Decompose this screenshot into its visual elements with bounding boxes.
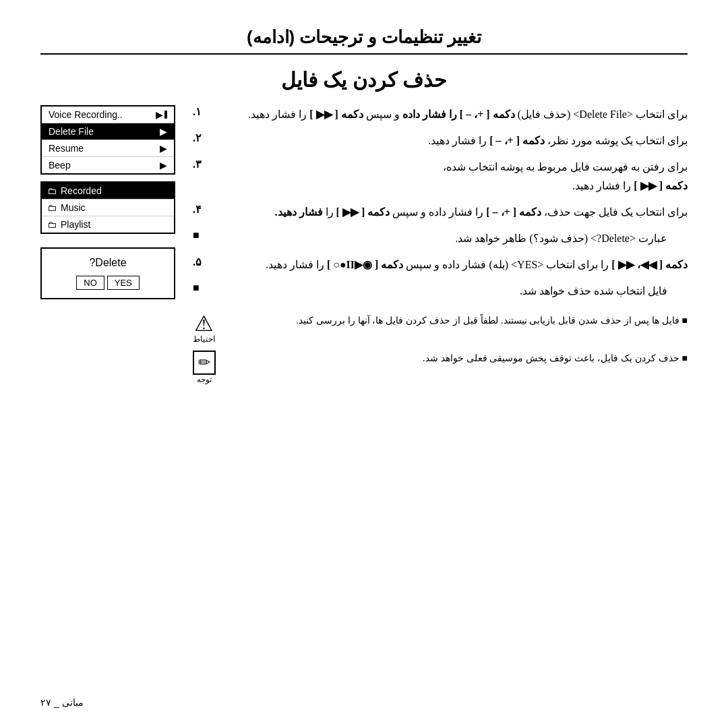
bullet-sym2: ■ — [193, 282, 200, 294]
step-1: برای انتخاب <Delete File> (حذف فایل) دکم… — [189, 105, 688, 123]
caution-text-group: ■ فایل ها پس از حذف شدن قابل بازیابی نیس… — [226, 313, 688, 329]
step-3-num: ۳. — [193, 158, 202, 171]
step-1-text: برای انتخاب <Delete File> (حذف فایل) دکم… — [202, 105, 688, 123]
bullet-delete: عبارت <Delete?> (حذف شود؟) ظاهر خواهد شد… — [189, 229, 667, 247]
arrow-icon: ▶ — [160, 126, 167, 137]
step-2-text: برای انتخاب یک پوشه مورد نظر، دکمه [ +، … — [202, 131, 688, 150]
pencil-note: ✏ توجه ■ حذف کردن یک فایل، باعث توقف پخش… — [189, 351, 688, 384]
menu-item-label: Beep — [49, 160, 71, 171]
file-list-panel: 🗀 Recorded 🗀 Music 🗀 Playlist — [40, 181, 175, 234]
step-4: برای انتخاب یک فایل جهت حذف، دکمه [ +، –… — [189, 203, 688, 221]
caution-text-1: ■ فایل ها پس از حذف شدن قابل بازیابی نیس… — [226, 313, 688, 329]
left-panels: Voice Recording.. ▶ Delete File ▶ Resume… — [40, 105, 175, 384]
step-5: دکمه [ ◀◀، ▶▶ ] را برای انتخاب <YES> (بل… — [189, 255, 688, 274]
section-title: حذف کردن یک فایل — [40, 68, 688, 92]
caution-triangle-icon: ⚠ — [189, 313, 219, 334]
notes-section: ⚠ احتیاط ■ فایل ها پس از حذف شدن قابل با… — [189, 313, 688, 384]
menu-item-resume[interactable]: Resume ▶ — [42, 140, 174, 157]
caution-icon-group: ⚠ احتیاط — [189, 313, 219, 344]
menu-item-label: Delete File — [49, 126, 94, 137]
arrow-icon: ▶ — [156, 109, 167, 120]
file-item-playlist[interactable]: 🗀 Playlist — [42, 216, 174, 233]
step-3: برای رفتن به فهرست فایل مربوط به پوشه ان… — [189, 158, 688, 194]
arrow-icon: ▶ — [160, 160, 167, 171]
file-item-label: Recorded — [61, 185, 102, 196]
pencil-icon: ✏ — [193, 351, 216, 375]
pencil-text-1: ■ حذف کردن یک فایل، باعث توقف پخش موسیقی… — [226, 351, 688, 367]
yes-button[interactable]: YES — [107, 276, 140, 290]
step-4-num: ۴. — [193, 203, 202, 216]
step-5-text: دکمه [ ◀◀، ▶▶ ] را برای انتخاب <YES> (بل… — [202, 255, 688, 274]
step-2: برای انتخاب یک پوشه مورد نظر، دکمه [ +، … — [189, 131, 688, 150]
folder-icon: 🗀 — [47, 219, 57, 230]
file-item-label: Music — [61, 202, 86, 213]
step-3-text: برای رفتن به فهرست فایل مربوط به پوشه ان… — [202, 158, 688, 194]
pencil-icon-group: ✏ توجه — [189, 351, 219, 384]
pencil-label: توجه — [189, 375, 219, 384]
header-title: تغییر تنظیمات و ترجیحات (ادامه) — [40, 27, 688, 48]
file-item-recorded[interactable]: 🗀 Recorded — [42, 183, 174, 200]
right-text: برای انتخاب <Delete File> (حذف فایل) دکم… — [189, 105, 688, 384]
menu-panel: Voice Recording.. ▶ Delete File ▶ Resume… — [40, 105, 175, 175]
caution-note: ⚠ احتیاط ■ فایل ها پس از حذف شدن قابل با… — [189, 313, 688, 344]
pencil-text-group: ■ حذف کردن یک فایل، باعث توقف پخش موسیقی… — [226, 351, 688, 367]
dialog-buttons: YES NO — [50, 276, 166, 290]
caution-label: احتیاط — [189, 334, 219, 344]
menu-item-voice-recording[interactable]: Voice Recording.. ▶ — [42, 107, 174, 123]
bullet-sym: ■ — [193, 229, 200, 241]
step-5-num: ۵. — [193, 255, 202, 268]
bullet-deleted-text: فایل انتخاب شده حذف خواهد شد. — [200, 282, 667, 300]
step-4-text: برای انتخاب یک فایل جهت حذف، دکمه [ +، –… — [202, 203, 688, 221]
step-2-num: ۲. — [193, 131, 202, 144]
file-item-label: Playlist — [61, 219, 90, 230]
folder-icon: 🗀 — [47, 202, 57, 213]
menu-item-label: Voice Recording.. — [49, 109, 123, 120]
menu-item-label: Resume — [49, 143, 84, 154]
delete-dialog-text: Delete? — [50, 257, 166, 269]
bullet-delete-text: عبارت <Delete?> (حذف شود؟) ظاهر خواهد شد… — [200, 229, 667, 247]
no-button[interactable]: NO — [76, 276, 104, 290]
menu-item-beep[interactable]: Beep ▶ — [42, 157, 174, 173]
folder-icon: 🗀 — [47, 185, 57, 196]
bullet-deleted: فایل انتخاب شده حذف خواهد شد. ■ — [189, 282, 667, 300]
delete-dialog: Delete? YES NO — [40, 247, 175, 299]
page: تغییر تنظیمات و ترجیحات (ادامه) حذف کردن… — [0, 0, 728, 728]
file-item-music[interactable]: 🗀 Music — [42, 200, 174, 216]
arrow-icon: ▶ — [160, 143, 167, 154]
menu-item-delete-file[interactable]: Delete File ▶ — [42, 123, 174, 140]
step-1-num: ۱. — [193, 105, 202, 118]
page-number: مبانی _ ۲۷ — [40, 697, 84, 708]
